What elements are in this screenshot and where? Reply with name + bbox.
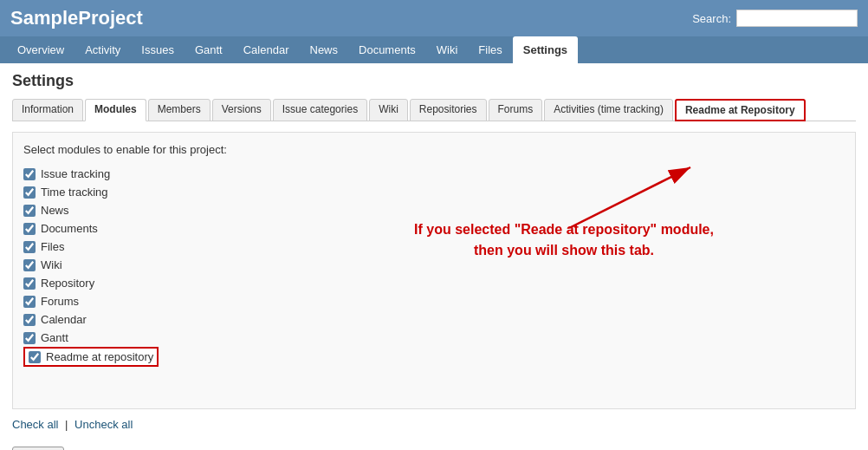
nav-item-gantt[interactable]: Gantt bbox=[185, 36, 233, 63]
modules-select-label: Select modules to enable for this projec… bbox=[23, 143, 845, 156]
settings-tabs: InformationModulesMembersVersionsIssue c… bbox=[12, 99, 856, 121]
tab-information[interactable]: Information bbox=[12, 99, 83, 121]
nav-item-news[interactable]: News bbox=[300, 36, 349, 63]
page-title: Settings bbox=[12, 72, 856, 90]
annotation-area: If you selected "Reade at repository" mo… bbox=[290, 167, 838, 261]
tab-wiki[interactable]: Wiki bbox=[369, 99, 408, 121]
module-checkbox-forums[interactable] bbox=[23, 296, 36, 308]
check-all-link[interactable]: Check all bbox=[12, 418, 58, 431]
page-content: Settings InformationModulesMembersVersio… bbox=[0, 63, 868, 450]
module-label: Forums bbox=[41, 295, 79, 308]
pipe-separator: | bbox=[65, 418, 71, 431]
nav-item-wiki[interactable]: Wiki bbox=[426, 36, 469, 63]
nav-item-issues[interactable]: Issues bbox=[131, 36, 185, 63]
search-label: Search: bbox=[692, 12, 731, 25]
search-area: Search: bbox=[692, 10, 858, 27]
list-item: Repository bbox=[23, 274, 845, 292]
module-checkbox-readme-at-repository[interactable] bbox=[29, 351, 41, 363]
tab-modules[interactable]: Modules bbox=[85, 99, 146, 121]
module-checkbox-calendar[interactable] bbox=[23, 314, 36, 326]
module-label: Calendar bbox=[41, 313, 87, 326]
annotation-text: If you selected "Reade at repository" mo… bbox=[414, 219, 714, 261]
tab-activities-time-tracking[interactable]: Activities (time tracking) bbox=[544, 99, 673, 121]
module-checkbox-repository[interactable] bbox=[23, 277, 36, 290]
module-checkbox-issue-tracking[interactable] bbox=[23, 168, 36, 180]
module-label: Issue tracking bbox=[41, 167, 110, 180]
tab-repositories[interactable]: Repositories bbox=[410, 99, 487, 121]
nav-item-files[interactable]: Files bbox=[468, 36, 512, 63]
annotation-line1: If you selected "Reade at repository" mo… bbox=[414, 219, 714, 240]
module-label: Gantt bbox=[41, 331, 68, 344]
nav-item-activity[interactable]: Activity bbox=[74, 36, 131, 63]
app-header: SampleProject Search: bbox=[0, 0, 868, 36]
nav-item-overview[interactable]: Overview bbox=[7, 36, 74, 63]
tab-versions[interactable]: Versions bbox=[212, 99, 271, 121]
module-label: Time tracking bbox=[41, 186, 108, 199]
module-checkbox-news[interactable] bbox=[23, 205, 36, 217]
module-label: Readme at repository bbox=[46, 350, 153, 363]
module-checkbox-time-tracking[interactable] bbox=[23, 186, 36, 199]
module-checkbox-gantt[interactable] bbox=[23, 332, 36, 344]
tab-issue-categories[interactable]: Issue categories bbox=[273, 99, 367, 121]
module-label: News bbox=[41, 204, 69, 217]
nav-item-documents[interactable]: Documents bbox=[348, 36, 426, 63]
annotation-line2: then you will show this tab. bbox=[414, 240, 714, 261]
nav-item-calendar[interactable]: Calendar bbox=[233, 36, 300, 63]
list-item: Calendar bbox=[23, 310, 845, 329]
project-title: SampleProject bbox=[10, 7, 143, 29]
uncheck-all-link[interactable]: Uncheck all bbox=[74, 418, 133, 431]
tab-forums[interactable]: Forums bbox=[489, 99, 543, 121]
tab-members[interactable]: Members bbox=[148, 99, 211, 121]
module-label: Documents bbox=[41, 222, 98, 235]
module-label: Wiki bbox=[41, 258, 62, 271]
save-area: Save bbox=[12, 438, 856, 450]
module-checkbox-documents[interactable] bbox=[23, 223, 36, 235]
list-item: Gantt bbox=[23, 329, 845, 347]
list-item: Forums bbox=[23, 292, 845, 310]
modules-panel: Select modules to enable for this projec… bbox=[12, 132, 856, 409]
tab-readme-at-repository[interactable]: Readme at Repository bbox=[675, 99, 806, 121]
module-label: Files bbox=[41, 240, 64, 253]
check-links: Check all | Uncheck all bbox=[12, 418, 856, 431]
nav-item-settings[interactable]: Settings bbox=[513, 36, 578, 63]
module-checkbox-wiki[interactable] bbox=[23, 259, 36, 271]
main-nav: OverviewActivityIssuesGanttCalendarNewsD… bbox=[0, 36, 868, 63]
module-checkbox-files[interactable] bbox=[23, 241, 36, 253]
save-button[interactable]: Save bbox=[12, 447, 64, 450]
module-label: Repository bbox=[41, 277, 94, 290]
search-input[interactable] bbox=[736, 10, 858, 27]
list-item: Readme at repository bbox=[23, 347, 159, 367]
